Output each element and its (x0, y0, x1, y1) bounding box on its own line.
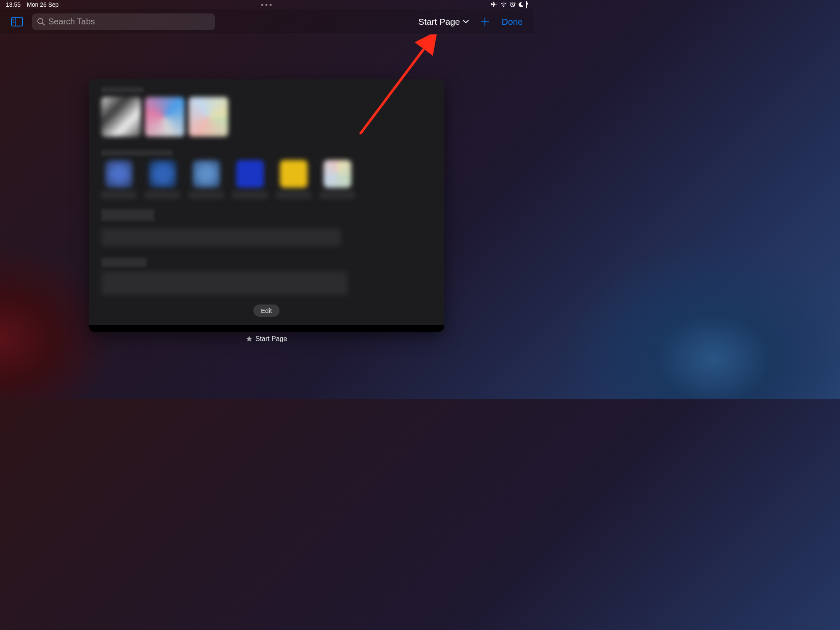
svg-line-7 (42, 23, 45, 25)
tab-preview-card[interactable]: Edit (89, 79, 444, 332)
tab-caption: Start Page (89, 335, 444, 343)
content-row-obscured (101, 228, 341, 246)
alarm-icon (510, 2, 516, 8)
battery-icon (526, 1, 527, 8)
favorite-tile-obscured (189, 97, 228, 136)
airplane-icon (491, 2, 498, 8)
tab-group-label: Start Page (419, 17, 460, 27)
wifi-icon (500, 2, 507, 8)
status-time: 13.55 (6, 1, 21, 8)
toolbar: Start Page Done (0, 9, 533, 34)
edit-button[interactable]: Edit (253, 304, 279, 317)
multitask-dots[interactable] (261, 4, 272, 6)
svg-rect-1 (11, 17, 23, 26)
row-heading-obscured (101, 87, 143, 93)
frequent-tile-obscured (232, 160, 268, 199)
search-icon (37, 18, 45, 26)
frequent-tile-obscured (276, 160, 311, 199)
status-date: Mon 26 Sep (27, 1, 59, 8)
chevron-down-icon (463, 20, 469, 24)
new-tab-button[interactable] (477, 13, 493, 30)
plus-icon (480, 17, 490, 27)
star-icon (246, 336, 253, 342)
row-heading-obscured (101, 150, 173, 156)
tab-caption-text: Start Page (255, 335, 287, 343)
moon-icon (518, 2, 524, 8)
sidebar-toggle-button[interactable] (9, 14, 24, 29)
row-heading-obscured (101, 258, 147, 267)
status-right (491, 1, 527, 8)
favorite-tile-obscured (145, 97, 184, 136)
done-button[interactable]: Done (501, 15, 524, 29)
frequent-tile-obscured (145, 160, 180, 199)
row-heading-obscured (101, 209, 154, 221)
favorite-tile-obscured (101, 97, 141, 136)
frequent-tile-obscured (189, 160, 224, 199)
content-row-obscured (101, 271, 348, 295)
frequent-tile-obscured (101, 160, 137, 199)
search-field-wrap[interactable] (32, 13, 215, 30)
search-input[interactable] (48, 17, 210, 26)
svg-point-6 (38, 18, 43, 24)
status-bar: 13.55 Mon 26 Sep (0, 0, 533, 9)
tab-group-dropdown[interactable]: Start Page (419, 17, 469, 27)
frequent-tile-obscured (320, 160, 355, 199)
